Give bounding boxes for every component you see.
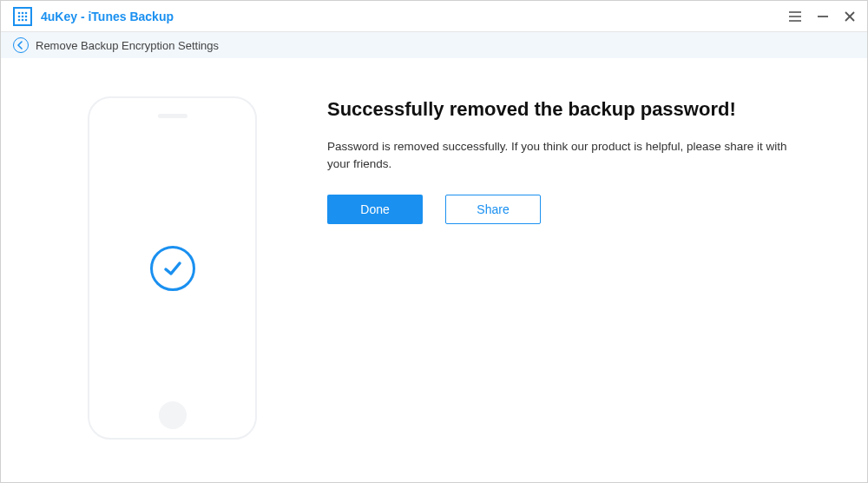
titlebar: 4uKey - iTunes Backup [1, 1, 867, 32]
minimize-icon[interactable] [817, 10, 829, 23]
done-button[interactable]: Done [327, 195, 423, 224]
svg-point-3 [18, 15, 21, 17]
svg-point-6 [18, 18, 21, 21]
breadcrumb: Remove Backup Encryption Settings [1, 32, 867, 58]
content-area: Successfully removed the backup password… [1, 58, 867, 440]
phone-illustration [88, 96, 261, 440]
close-icon[interactable] [845, 11, 855, 22]
svg-point-2 [25, 11, 28, 14]
description-text: Password is removed successfully. If you… [327, 138, 796, 174]
menu-icon[interactable] [789, 11, 801, 22]
svg-point-0 [18, 11, 21, 14]
phone-speaker-icon [158, 114, 187, 118]
svg-point-8 [25, 18, 28, 21]
back-icon[interactable] [13, 37, 29, 53]
share-button[interactable]: Share [445, 195, 541, 224]
button-row: Done Share [327, 195, 796, 224]
titlebar-left: 4uKey - iTunes Backup [13, 7, 174, 26]
app-title: 4uKey - iTunes Backup [41, 10, 174, 23]
svg-point-5 [25, 15, 28, 17]
app-logo-icon [13, 7, 32, 26]
window-controls [789, 10, 855, 23]
phone-body-icon [88, 96, 257, 440]
phone-home-icon [159, 401, 187, 429]
breadcrumb-label: Remove Backup Encryption Settings [36, 39, 219, 52]
svg-point-7 [22, 18, 24, 21]
svg-point-4 [22, 15, 24, 17]
page-title: Successfully removed the backup password… [327, 98, 796, 121]
svg-point-1 [22, 11, 24, 14]
main-message: Successfully removed the backup password… [327, 96, 796, 440]
checkmark-icon [150, 246, 195, 291]
